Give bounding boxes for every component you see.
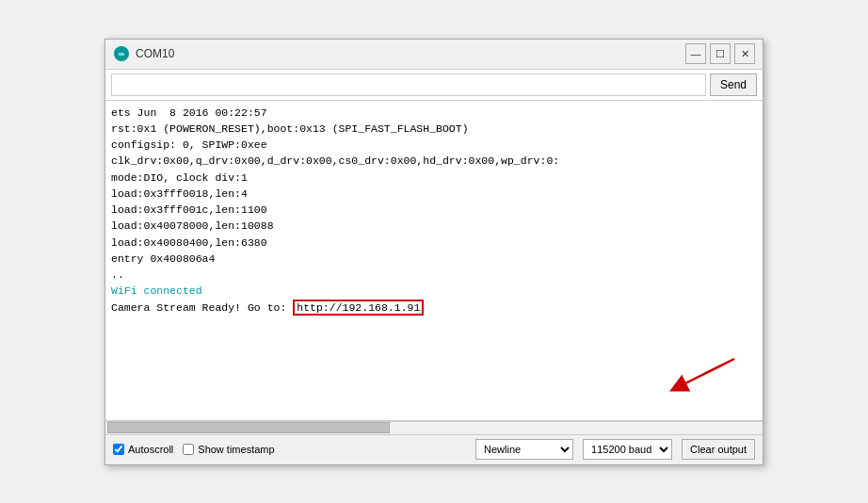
horizontal-scrollbar[interactable] xyxy=(105,421,763,434)
autoscroll-text: Autoscroll xyxy=(128,444,173,455)
output-line: load:0x3fff001c,len:1100 xyxy=(111,202,757,218)
newline-select[interactable]: Newline No line ending Carriage return B… xyxy=(475,439,573,460)
autoscroll-checkbox[interactable] xyxy=(113,444,124,455)
arduino-logo-icon: ∞ xyxy=(113,45,130,62)
output-line: ets Jun 8 2016 00:22:57 xyxy=(111,105,757,121)
red-arrow-icon xyxy=(668,354,744,392)
output-line: configsip: 0, SPIWP:0xee xyxy=(111,137,757,153)
send-button[interactable]: Send xyxy=(710,73,757,96)
output-line: load:0x3fff0018,len:4 xyxy=(111,186,757,202)
window-title: COM10 xyxy=(136,47,685,60)
svg-line-0 xyxy=(678,359,734,387)
h-scroll-thumb[interactable] xyxy=(107,422,390,433)
output-line: Camera Stream Ready! Go to: http://192.1… xyxy=(111,300,757,316)
output-line: entry 0x400806a4 xyxy=(111,251,757,267)
window-controls: — ☐ ✕ xyxy=(685,43,755,64)
arduino-circle-icon: ∞ xyxy=(114,46,129,61)
baud-select[interactable]: 115200 baud 9600 baud 57600 baud xyxy=(583,439,672,460)
title-bar: ∞ COM10 — ☐ ✕ xyxy=(105,40,763,70)
minimize-button[interactable]: — xyxy=(685,43,706,64)
output-line: rst:0x1 (POWERON_RESET),boot:0x13 (SPI_F… xyxy=(111,121,757,137)
output-area: ets Jun 8 2016 00:22:57rst:0x1 (POWERON_… xyxy=(105,101,763,421)
autoscroll-label[interactable]: Autoscroll xyxy=(113,444,173,455)
maximize-button[interactable]: ☐ xyxy=(710,43,731,64)
input-row: Send xyxy=(105,70,763,101)
show-timestamp-checkbox[interactable] xyxy=(183,444,194,455)
output-line: load:0x40080400,len:6380 xyxy=(111,235,757,251)
close-button[interactable]: ✕ xyxy=(734,43,755,64)
output-line: load:0x40078000,len:10088 xyxy=(111,218,757,234)
output-line: clk_drv:0x00,q_drv:0x00,d_drv:0x00,cs0_d… xyxy=(111,153,757,169)
show-timestamp-label[interactable]: Show timestamp xyxy=(183,444,274,455)
show-timestamp-text: Show timestamp xyxy=(198,444,274,455)
serial-monitor-window: ∞ COM10 — ☐ ✕ Send ets Jun 8 2016 00:22:… xyxy=(104,39,764,465)
output-line: mode:DIO, clock div:1 xyxy=(111,170,757,186)
serial-input[interactable] xyxy=(111,73,706,96)
url-highlight: http://192.168.1.91 xyxy=(293,300,424,316)
clear-output-button[interactable]: Clear output xyxy=(682,439,755,460)
output-line: .. xyxy=(111,267,757,283)
output-line: WiFi connected xyxy=(111,283,757,299)
bottom-bar: Autoscroll Show timestamp Newline No lin… xyxy=(105,434,763,464)
